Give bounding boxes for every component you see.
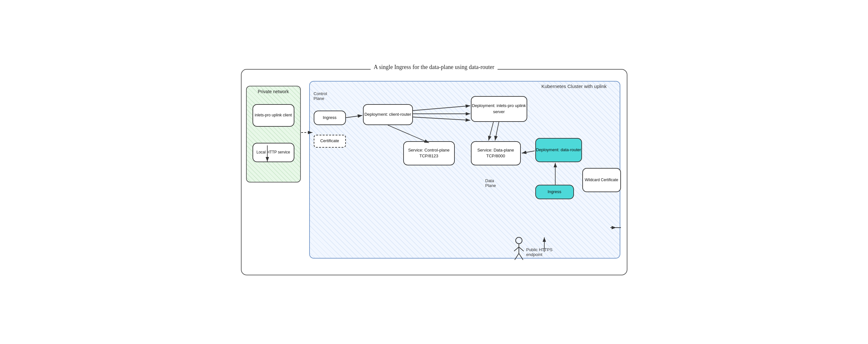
deployment-data-router-box: Deployment: data-router [535, 138, 582, 162]
diagram-title: A single Ingress for the data-plane usin… [370, 64, 497, 70]
svg-line-3 [388, 125, 429, 143]
svg-line-6 [413, 117, 470, 120]
service-control-plane-box: Service: Control-plane TCP/8123 [403, 141, 455, 165]
svg-line-7 [495, 122, 499, 141]
internal-arrows [310, 82, 620, 258]
svg-point-11 [516, 237, 522, 244]
deployment-inlets-pro-uplink-server-box: Deployment: inlets-pro uplink server [471, 96, 527, 122]
svg-line-2 [346, 115, 362, 118]
ingress-data-box: Ingress [535, 185, 574, 199]
svg-line-4 [413, 106, 470, 111]
private-network-box: Private network inlets-pro uplink client… [246, 86, 301, 182]
control-plane-label: ControlPlane [314, 91, 327, 101]
stick-figure [511, 237, 527, 262]
wildcard-certificate-box: Wildcard Certificate [582, 168, 621, 192]
svg-line-16 [519, 253, 523, 260]
svg-line-9 [522, 151, 535, 153]
inlets-pro-uplink-client-box: inlets-pro uplink client [252, 104, 294, 127]
deployment-client-router-box: Deployment: client-router [363, 104, 413, 125]
svg-line-15 [515, 253, 519, 260]
local-http-service-box: Local HTTP service [252, 143, 294, 162]
service-data-plane-box: Service: Data-plane TCP/8000 [471, 141, 521, 165]
k8s-cluster-box: Kubernetes Cluster with uplink ControlPl… [309, 81, 620, 259]
certificate-box: Certificate [314, 135, 346, 148]
svg-line-14 [519, 247, 524, 251]
data-plane-label: DataPlane [485, 178, 496, 188]
private-network-label: Private network [258, 89, 288, 94]
diagram-container: A single Ingress for the data-plane usin… [241, 69, 627, 275]
svg-line-13 [514, 247, 519, 251]
svg-line-8 [489, 122, 493, 141]
k8s-label: Kubernetes Cluster with uplink [541, 84, 607, 89]
ingress-control-box: Ingress [314, 111, 346, 125]
public-https-label: Public HTTPSendpoint [526, 247, 553, 257]
